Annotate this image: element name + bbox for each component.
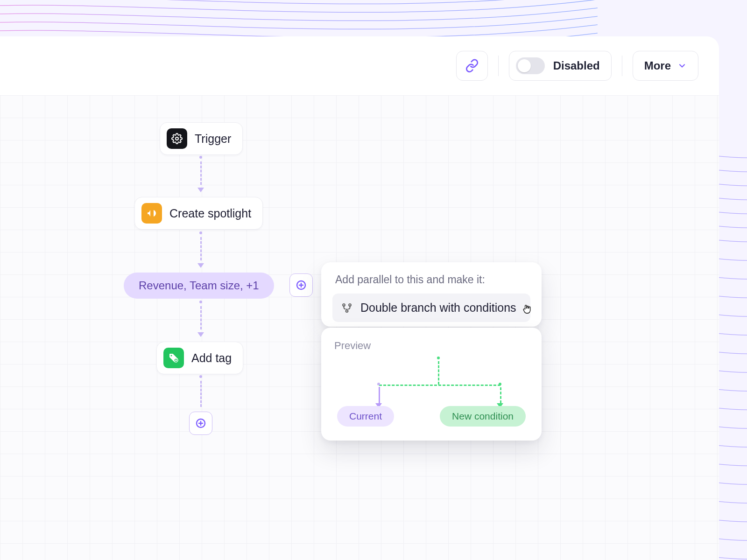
add-step-button[interactable] xyxy=(189,412,212,435)
connector xyxy=(197,231,204,268)
chevron-down-icon xyxy=(677,61,687,70)
popover-heading: Add parallel to this and make it: xyxy=(332,273,530,286)
preview-label: Preview xyxy=(334,340,529,352)
enabled-toggle[interactable] xyxy=(516,57,545,74)
connector xyxy=(197,156,204,192)
toolbar-divider xyxy=(498,56,499,76)
option-label: Double branch with conditions xyxy=(360,301,516,315)
toggle-knob xyxy=(518,59,531,72)
gear-icon xyxy=(167,128,187,149)
condition-pill[interactable]: Revenue, Team size, +1 xyxy=(124,273,274,299)
condition-label: Revenue, Team size, +1 xyxy=(139,279,259,292)
workflow-canvas[interactable]: Trigger Create spotlight Revenue, Team xyxy=(0,95,719,560)
tag-icon xyxy=(163,348,184,368)
toolbar-divider xyxy=(622,56,622,76)
node-create-spotlight[interactable]: Create spotlight xyxy=(134,197,263,230)
preview-pill-new: New condition xyxy=(440,406,526,427)
preview-pill-current: Current xyxy=(337,406,394,427)
branch-icon xyxy=(341,302,353,314)
more-label: More xyxy=(644,59,671,72)
preview-card: Preview Current New condition xyxy=(321,328,542,441)
node-label: Trigger xyxy=(195,132,231,146)
plus-circle-icon xyxy=(195,418,206,429)
option-double-branch[interactable]: Double branch with conditions xyxy=(332,294,530,322)
link-icon xyxy=(465,59,479,73)
connector xyxy=(199,375,202,407)
megaphone-icon xyxy=(141,203,162,224)
more-button[interactable]: More xyxy=(633,51,698,81)
add-parallel-popover: Add parallel to this and make it: Double… xyxy=(321,262,542,327)
toggle-label: Disabled xyxy=(553,59,600,72)
link-button[interactable] xyxy=(456,51,488,81)
node-trigger[interactable]: Trigger xyxy=(160,122,243,155)
node-add-tag[interactable]: Add tag xyxy=(156,342,243,374)
svg-point-0 xyxy=(176,137,178,140)
cursor-hand-icon xyxy=(521,303,533,315)
connector xyxy=(197,301,204,337)
plus-circle-icon xyxy=(296,280,307,291)
preview-diagram: Current New condition xyxy=(334,357,529,427)
top-toolbar: Disabled More xyxy=(0,36,719,95)
node-label: Create spotlight xyxy=(169,207,251,220)
add-parallel-button[interactable] xyxy=(289,273,313,297)
enabled-toggle-group: Disabled xyxy=(509,51,612,81)
node-label: Add tag xyxy=(191,351,232,365)
